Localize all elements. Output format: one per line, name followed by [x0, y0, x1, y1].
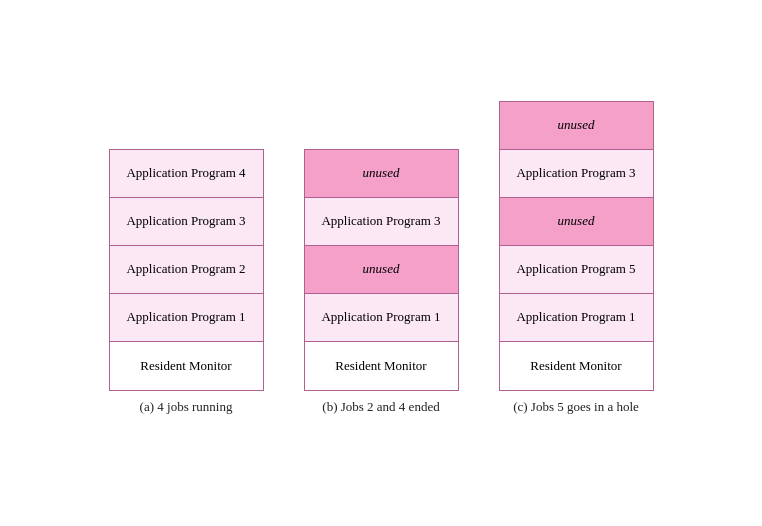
cell-label-c-5: Resident Monitor [530, 358, 621, 375]
diagram-c: unusedApplication Program 3unusedApplica… [499, 101, 654, 415]
stack-c: unusedApplication Program 3unusedApplica… [499, 101, 654, 391]
cell-b-4: Resident Monitor [305, 342, 458, 390]
cell-label-c-0: unused [558, 117, 595, 134]
cell-label-b-4: Resident Monitor [335, 358, 426, 375]
cell-label-b-3: Application Program 1 [321, 309, 440, 326]
cell-label-a-0: Application Program 4 [126, 165, 245, 182]
cell-label-a-2: Application Program 2 [126, 261, 245, 278]
cell-c-4: Application Program 1 [500, 294, 653, 342]
stack-a: Application Program 4Application Program… [109, 149, 264, 391]
cell-c-1: Application Program 3 [500, 150, 653, 198]
cell-c-5: Resident Monitor [500, 342, 653, 390]
cell-a-3: Application Program 1 [110, 294, 263, 342]
cell-label-a-3: Application Program 1 [126, 309, 245, 326]
cell-a-2: Application Program 2 [110, 246, 263, 294]
cell-b-2: unused [305, 246, 458, 294]
cell-label-a-1: Application Program 3 [126, 213, 245, 230]
cell-c-0: unused [500, 102, 653, 150]
cell-label-b-0: unused [363, 165, 400, 182]
cell-label-b-1: Application Program 3 [321, 213, 440, 230]
cell-b-0: unused [305, 150, 458, 198]
cell-label-c-2: unused [558, 213, 595, 230]
stack-b: unusedApplication Program 3unusedApplica… [304, 149, 459, 391]
cell-a-0: Application Program 4 [110, 150, 263, 198]
cell-b-3: Application Program 1 [305, 294, 458, 342]
diagram-a: Application Program 4Application Program… [109, 149, 264, 415]
cell-label-a-4: Resident Monitor [140, 358, 231, 375]
caption-a: (a) 4 jobs running [140, 399, 233, 415]
cell-label-c-4: Application Program 1 [516, 309, 635, 326]
diagram-b: unusedApplication Program 3unusedApplica… [304, 149, 459, 415]
cell-c-2: unused [500, 198, 653, 246]
cell-a-4: Resident Monitor [110, 342, 263, 390]
cell-label-c-3: Application Program 5 [516, 261, 635, 278]
diagrams-container: Application Program 4Application Program… [109, 101, 654, 425]
caption-b: (b) Jobs 2 and 4 ended [322, 399, 439, 415]
cell-label-c-1: Application Program 3 [516, 165, 635, 182]
caption-c: (c) Jobs 5 goes in a hole [513, 399, 639, 415]
cell-c-3: Application Program 5 [500, 246, 653, 294]
cell-b-1: Application Program 3 [305, 198, 458, 246]
cell-label-b-2: unused [363, 261, 400, 278]
cell-a-1: Application Program 3 [110, 198, 263, 246]
